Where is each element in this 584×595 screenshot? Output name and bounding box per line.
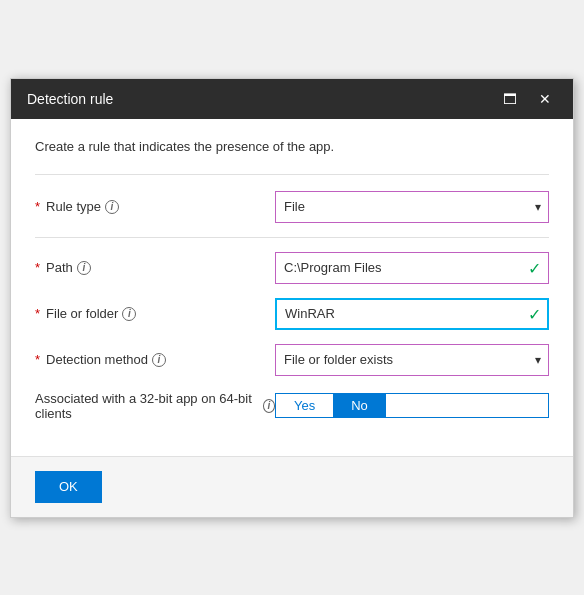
path-required-star: *	[35, 260, 40, 275]
file-or-folder-control: ✓	[275, 298, 549, 330]
associated-label: Associated with a 32-bit app on 64-bit c…	[35, 391, 275, 421]
path-label-text: Path	[46, 260, 73, 275]
file-or-folder-check-icon: ✓	[528, 304, 541, 323]
path-check-icon: ✓	[528, 258, 541, 277]
ok-button[interactable]: OK	[35, 471, 102, 503]
path-control: ✓	[275, 252, 549, 284]
detection-rule-dialog: Detection rule 🗖 ✕ Create a rule that in…	[10, 78, 574, 518]
yes-no-toggle: Yes No	[275, 393, 549, 418]
associated-control: Yes No	[275, 393, 549, 418]
path-row: * Path i ✓	[35, 252, 549, 284]
detection-method-label-text: Detection method	[46, 352, 148, 367]
rule-type-control: File Registry Script ▾	[275, 191, 549, 223]
detection-method-control: File or folder exists Date modified Date…	[275, 344, 549, 376]
file-or-folder-input-wrap: ✓	[275, 298, 549, 330]
associated-label-text: Associated with a 32-bit app on 64-bit c…	[35, 391, 259, 421]
rule-type-select-wrap: File Registry Script ▾	[275, 191, 549, 223]
path-info-icon: i	[77, 261, 91, 275]
subtitle-text: Create a rule that indicates the presenc…	[35, 139, 549, 154]
path-input-wrap: ✓	[275, 252, 549, 284]
dialog-body: Create a rule that indicates the presenc…	[11, 119, 573, 456]
path-input[interactable]	[275, 252, 549, 284]
file-or-folder-info-icon: i	[122, 307, 136, 321]
detection-method-select[interactable]: File or folder exists Date modified Date…	[275, 344, 549, 376]
yes-button[interactable]: Yes	[276, 394, 333, 417]
rule-type-row: * Rule type i File Registry Script ▾	[35, 191, 549, 223]
detection-method-select-wrap: File or folder exists Date modified Date…	[275, 344, 549, 376]
minimize-button[interactable]: 🗖	[497, 90, 523, 108]
title-bar: Detection rule 🗖 ✕	[11, 79, 573, 119]
detection-method-info-icon: i	[152, 353, 166, 367]
file-or-folder-input[interactable]	[275, 298, 549, 330]
no-button[interactable]: No	[333, 394, 386, 417]
detection-method-row: * Detection method i File or folder exis…	[35, 344, 549, 376]
title-bar-controls: 🗖 ✕	[497, 90, 557, 108]
file-or-folder-row: * File or folder i ✓	[35, 298, 549, 330]
required-star: *	[35, 199, 40, 214]
rule-type-select[interactable]: File Registry Script	[275, 191, 549, 223]
file-or-folder-label: * File or folder i	[35, 306, 275, 321]
dialog-title: Detection rule	[27, 91, 113, 107]
path-label: * Path i	[35, 260, 275, 275]
file-or-folder-required-star: *	[35, 306, 40, 321]
rule-type-label-text: Rule type	[46, 199, 101, 214]
file-or-folder-label-text: File or folder	[46, 306, 118, 321]
detection-method-required-star: *	[35, 352, 40, 367]
detection-method-label: * Detection method i	[35, 352, 275, 367]
rule-type-label: * Rule type i	[35, 199, 275, 214]
associated-row: Associated with a 32-bit app on 64-bit c…	[35, 390, 549, 422]
dialog-footer: OK	[11, 456, 573, 517]
section-divider	[35, 237, 549, 238]
form-section: * Rule type i File Registry Script ▾	[35, 174, 549, 422]
associated-info-icon: i	[263, 399, 275, 413]
close-button[interactable]: ✕	[533, 90, 557, 108]
rule-type-info-icon: i	[105, 200, 119, 214]
